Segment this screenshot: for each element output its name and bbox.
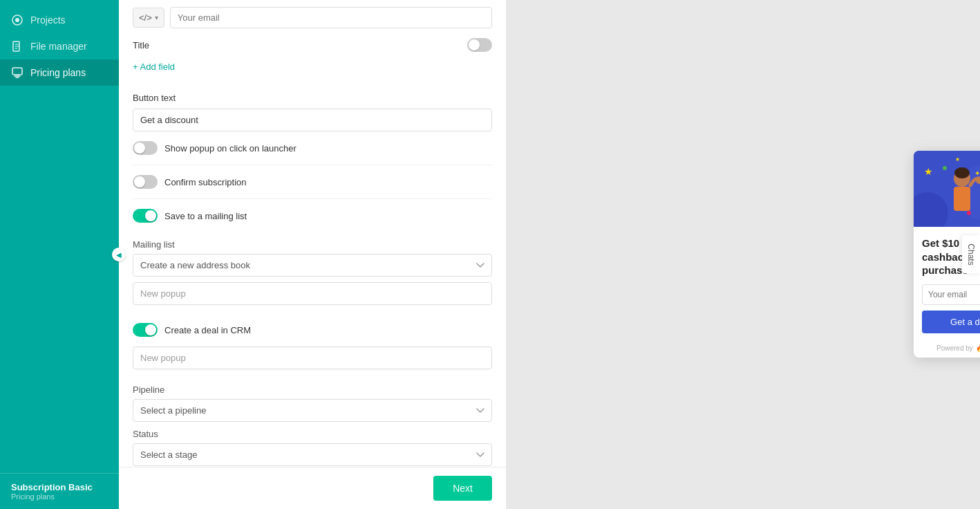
status-select[interactable]: Select a stage xyxy=(133,443,492,466)
title-label: Title xyxy=(133,40,149,50)
crm-label: Create a deal in CRM xyxy=(164,325,251,335)
crm-row: Create a deal in CRM xyxy=(133,313,492,346)
sidebar-item-label: File manager xyxy=(30,41,87,52)
code-badge: </> ▾ xyxy=(133,8,164,28)
pipeline-select[interactable]: Select a pipeline xyxy=(133,399,492,422)
title-toggle[interactable] xyxy=(467,38,492,52)
sidebar-bottom: Subscription Basic Pricing plans xyxy=(0,473,119,509)
sidebar-nav: Projects File manager Pricing plans xyxy=(0,0,119,473)
powered-by-text: Powered by xyxy=(936,344,973,352)
button-text-input[interactable] xyxy=(133,109,492,131)
crm-toggle[interactable] xyxy=(133,323,158,337)
sidebar-collapse-button[interactable]: ◀ xyxy=(112,248,126,261)
sidebar-item-filemanager[interactable]: File manager xyxy=(0,33,119,59)
button-text-section: Button text xyxy=(133,93,492,131)
save-mailing-label: Save to a mailing list xyxy=(164,211,247,221)
save-mailing-row: Save to a mailing list xyxy=(133,199,492,232)
svg-text:✦: ✦ xyxy=(974,169,980,177)
popup-footer: Powered by 🔥 SendPulse xyxy=(914,340,980,358)
sidebar-item-label: Projects xyxy=(30,15,66,26)
email-field-row: </> ▾ xyxy=(133,7,492,28)
chats-tab[interactable]: Chats xyxy=(962,235,980,273)
svg-rect-15 xyxy=(954,187,970,211)
pipeline-label: Pipeline xyxy=(133,385,492,395)
status-label: Status xyxy=(133,429,492,439)
file-icon xyxy=(11,40,23,53)
footer-bar: Next xyxy=(119,467,506,509)
svg-point-1 xyxy=(15,18,19,22)
popup-email-input[interactable] xyxy=(922,284,980,305)
svg-text:★: ★ xyxy=(924,166,933,177)
svg-text:★: ★ xyxy=(955,156,960,163)
show-popup-label: Show popup on click on launcher xyxy=(164,143,296,154)
save-mailing-toggle[interactable] xyxy=(133,209,158,223)
sidebar-item-label: Pricing plans xyxy=(30,67,86,78)
svg-point-13 xyxy=(967,211,971,215)
mailing-list-select-wrapper: Create a new address book xyxy=(133,254,492,277)
svg-point-16 xyxy=(954,167,970,178)
svg-point-11 xyxy=(943,166,947,170)
dropdown-arrow: ▾ xyxy=(155,14,158,21)
add-field-link[interactable]: + Add field xyxy=(133,59,175,75)
popup-discount-button[interactable]: Get a discount xyxy=(922,311,980,333)
mailing-list-select[interactable]: Create a new address book xyxy=(133,254,492,277)
popup-header: × ★ ✦ ★ xyxy=(914,151,980,227)
show-popup-row: Show popup on click on launcher xyxy=(133,131,492,165)
svg-rect-3 xyxy=(12,68,22,75)
confirm-subscription-label: Confirm subscription xyxy=(164,177,247,187)
subscription-title: Subscription Basic xyxy=(11,482,108,492)
sidebar-item-projects[interactable]: Projects xyxy=(0,7,119,33)
main-content: </> ▾ Title + Add field Button text xyxy=(119,0,506,467)
confirm-subscription-row: Confirm subscription xyxy=(133,165,492,199)
show-popup-toggle[interactable] xyxy=(133,141,158,155)
mailing-list-name-input[interactable] xyxy=(133,282,492,305)
subscription-subtitle: Pricing plans xyxy=(11,492,108,501)
main-panel: </> ▾ Title + Add field Button text xyxy=(119,0,506,509)
crm-name-input[interactable] xyxy=(133,346,492,369)
confirm-subscription-toggle[interactable] xyxy=(133,175,158,189)
mailing-list-label: Mailing list xyxy=(133,239,492,250)
status-select-wrapper: Select a stage xyxy=(133,443,492,466)
next-button[interactable]: Next xyxy=(433,476,492,501)
sidebar: Projects File manager Pricing plans xyxy=(0,0,119,509)
button-text-label: Button text xyxy=(133,93,492,103)
tag-icon xyxy=(11,66,23,79)
sidebar-item-pricingplans[interactable]: Pricing plans xyxy=(0,59,119,86)
pipeline-select-wrapper: Select a pipeline xyxy=(133,399,492,422)
chevron-left-icon: ◀ xyxy=(116,251,122,259)
title-toggle-row: Title xyxy=(133,34,492,56)
preview-area: × ★ ✦ ★ xyxy=(506,0,980,509)
grid-icon xyxy=(11,14,23,26)
email-input[interactable] xyxy=(170,7,492,28)
bracket-icon: </> xyxy=(139,12,152,23)
flame-icon: 🔥 xyxy=(976,344,980,352)
